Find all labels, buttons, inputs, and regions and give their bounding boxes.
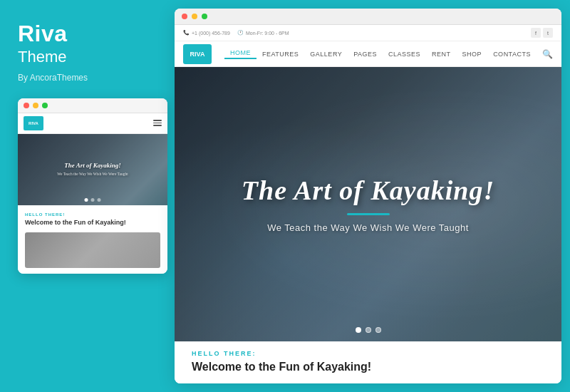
- info-social: f t: [531, 28, 553, 38]
- hero-dot-2[interactable]: [366, 327, 371, 333]
- browser-topbar: [175, 9, 561, 25]
- nav-link-rent[interactable]: RENT: [426, 51, 457, 58]
- bottom-hello-label: HELLO THERE:: [192, 350, 544, 357]
- clock-icon: 🕐: [237, 30, 244, 36]
- preview-logo: RIVA: [24, 116, 43, 130]
- top-info-bar: 📞 +1 (000) 456-789 🕐 Mon-Fr: 9:00 - 6PM …: [175, 25, 561, 41]
- preview-dot-2: [91, 198, 95, 202]
- facebook-icon[interactable]: f: [531, 28, 541, 38]
- preview-topbar: [18, 98, 167, 113]
- theme-author: By AncoraThemes: [18, 73, 160, 83]
- preview-hero-dots: [85, 198, 101, 202]
- hamburger-line-2: [153, 123, 162, 124]
- nav-link-home[interactable]: HOME: [224, 49, 256, 59]
- nav-logo-text: RIVA: [190, 51, 205, 58]
- hours-text: Mon-Fr: 9:00 - 6PM: [246, 31, 289, 36]
- preview-card: RIVA The Art of Kayaking! We Teach the W…: [18, 98, 167, 274]
- preview-hamburger: [153, 120, 162, 126]
- preview-image: [25, 232, 160, 268]
- nav-link-classes[interactable]: CLASSES: [383, 51, 426, 58]
- left-panel: Riva Theme By AncoraThemes RIVA The Art …: [0, 0, 175, 392]
- preview-logo-text: RIVA: [28, 121, 38, 125]
- bottom-content: HELLO THERE: Welcome to the Fun of Kayak…: [175, 341, 561, 383]
- nav-link-gallery[interactable]: GALLERY: [304, 51, 348, 58]
- preview-hero: The Art of Kayaking! We Teach the Way We…: [18, 134, 167, 205]
- nav-logo: RIVA: [183, 44, 212, 64]
- theme-title: Riva: [18, 21, 160, 46]
- hero-section: The Art of Kayaking! We Teach the Way We…: [175, 67, 561, 341]
- nav-link-features[interactable]: FEATURES: [256, 51, 304, 58]
- preview-hero-subtitle: We Teach the Way We Wish We Were Taught: [57, 172, 128, 177]
- phone-number: +1 (000) 456-789: [192, 31, 230, 36]
- info-phone: 📞 +1 (000) 456-789: [183, 30, 230, 36]
- preview-content: HELLO THERE! Welcome to the Fun of Kayak…: [18, 205, 167, 274]
- browser-dot-red: [182, 14, 187, 19]
- hamburger-line-3: [153, 125, 162, 126]
- preview-hero-content: The Art of Kayaking! We Teach the Way We…: [57, 162, 128, 177]
- preview-welcome-text: Welcome to the Fun of Kayaking!: [25, 219, 160, 227]
- search-icon[interactable]: 🔍: [542, 49, 553, 59]
- hero-dot-1[interactable]: [356, 327, 361, 333]
- bottom-welcome-text: Welcome to the Fun of Kayaking!: [192, 360, 544, 375]
- nav-link-contacts[interactable]: CONTACTS: [487, 51, 537, 58]
- preview-dot-1: [85, 198, 88, 202]
- dot-red: [24, 103, 29, 108]
- hero-subtitle: We Teach the Way We Wish We Were Taught: [242, 222, 494, 233]
- hamburger-line-1: [153, 120, 162, 121]
- nav-link-shop[interactable]: SHOP: [457, 51, 488, 58]
- preview-hello-label: HELLO THERE!: [25, 212, 160, 217]
- right-panel: 📞 +1 (000) 456-789 🕐 Mon-Fr: 9:00 - 6PM …: [175, 9, 561, 383]
- info-hours: 🕐 Mon-Fr: 9:00 - 6PM: [237, 30, 289, 36]
- theme-subtitle: Theme: [18, 48, 160, 66]
- hero-divider: [347, 213, 390, 215]
- twitter-icon[interactable]: t: [543, 28, 553, 38]
- dot-green: [42, 103, 48, 108]
- hero-dot-3[interactable]: [375, 327, 381, 333]
- hero-title: The Art of Kayaking!: [242, 176, 494, 206]
- phone-icon: 📞: [183, 30, 190, 36]
- browser-dot-green: [202, 14, 207, 19]
- preview-nav: RIVA: [18, 113, 167, 134]
- preview-dot-3: [98, 198, 101, 202]
- browser-dot-yellow: [192, 14, 197, 19]
- nav-links: HOME FEATURES GALLERY PAGES CLASSES RENT…: [219, 49, 542, 59]
- hero-content: The Art of Kayaking! We Teach the Way We…: [242, 176, 494, 233]
- website-nav: RIVA HOME FEATURES GALLERY PAGES CLASSES…: [175, 41, 561, 67]
- nav-link-pages[interactable]: PAGES: [348, 51, 383, 58]
- dot-yellow: [33, 103, 38, 108]
- hero-dots: [356, 327, 381, 333]
- preview-hero-title: The Art of Kayaking!: [57, 162, 128, 170]
